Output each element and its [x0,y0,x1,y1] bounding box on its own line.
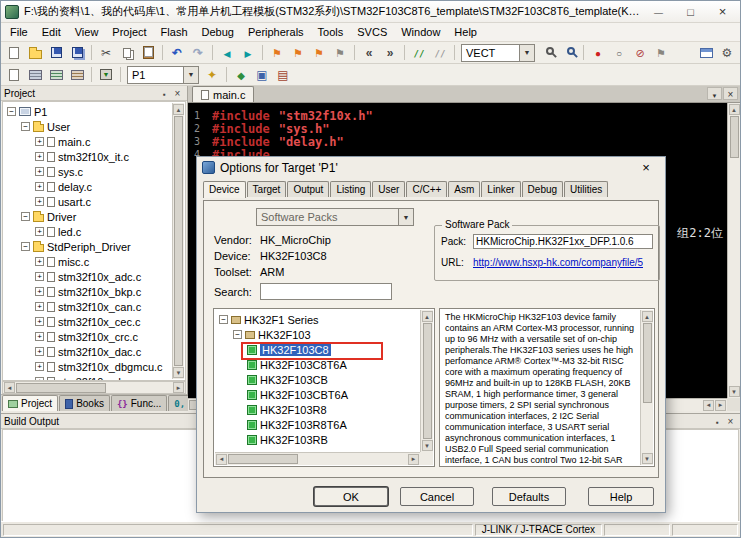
dialog-close-button[interactable] [632,159,660,176]
tree-item-file[interactable]: delay.c [5,179,185,194]
expand-icon[interactable] [35,302,44,311]
tab-device[interactable]: Device [203,181,246,198]
find-text-combo[interactable]: VECT [461,44,535,62]
tree-item-file[interactable]: stm32f10x_adc.c [5,269,185,284]
minimize-button[interactable] [645,3,672,20]
device-tree-item[interactable]: HK32F103R8 [215,402,420,417]
pin-panel-button[interactable] [158,87,171,99]
help-button[interactable]: Help [588,487,654,506]
software-packs-combo[interactable]: Software Packs [256,208,414,226]
search-button[interactable] [559,43,579,62]
expand-icon[interactable] [35,317,44,326]
tree-item-group[interactable]: Driver [5,209,185,224]
scroll-right-icon[interactable]: ► [173,382,184,393]
expand-icon[interactable] [35,137,44,146]
close-panel-button[interactable] [171,87,184,99]
collapse-icon[interactable] [233,330,242,339]
tab-main-c[interactable]: main.c [192,86,254,102]
device-tree-item-selected[interactable]: HK32F103C8 [215,342,420,357]
menu-peripherals[interactable]: Peripherals [241,24,311,40]
scroll-up-icon[interactable]: ▲ [173,104,184,115]
scroll-right-icon[interactable]: ► [715,400,726,411]
manage-books-button[interactable] [273,65,293,84]
uncomment-button[interactable] [430,43,450,62]
redo-button[interactable] [188,43,208,62]
build-button[interactable] [25,65,45,84]
scroll-down-icon[interactable]: ▼ [729,386,740,397]
pack-value-field[interactable]: HKMicroChip.HK32F1xx_DFP.1.0.6 [473,234,653,249]
maximize-button[interactable] [677,3,704,20]
scroll-up-icon[interactable]: ▲ [729,104,740,115]
scroll-down-icon[interactable]: ▼ [173,367,184,378]
find-in-files-button[interactable] [538,43,558,62]
expand-icon[interactable] [35,182,44,191]
tab-output[interactable]: Output [287,181,329,197]
collapse-icon[interactable] [21,122,30,131]
scroll-thumb[interactable] [730,116,739,158]
translate-button[interactable] [4,65,24,84]
device-tree-family[interactable]: HK32F1 Series [215,312,420,327]
menu-window[interactable]: Window [394,24,447,40]
current-statement-button[interactable] [651,43,671,62]
device-tree-item[interactable]: HK32F103R8T6A [215,417,420,432]
editor-vscrollbar[interactable]: ▲ ▼ [727,103,740,398]
bookmark-clear-button[interactable] [330,43,350,62]
menu-flash[interactable]: Flash [154,24,195,40]
tree-item-file[interactable]: sys.c [5,164,185,179]
expand-icon[interactable] [35,152,44,161]
indent-button[interactable] [380,43,400,62]
save-button[interactable] [46,43,66,62]
breakpoint-disable-button[interactable] [609,43,629,62]
collapse-icon[interactable] [7,107,16,116]
device-list-vscrollbar[interactable]: ▲ ▼ [420,310,433,452]
manage-runtime-button[interactable] [231,65,251,84]
expand-icon[interactable] [35,287,44,296]
expand-icon[interactable] [35,377,44,381]
batch-build-button[interactable] [67,65,87,84]
close-panel-button[interactable] [724,415,737,427]
scroll-up-icon[interactable]: ▲ [642,311,653,322]
pack-installer-button[interactable] [252,65,272,84]
tab-project[interactable]: Project [2,395,58,411]
tab-listing[interactable]: Listing [330,181,371,197]
project-tree-vscrollbar[interactable]: ▲ ▼ [172,103,184,379]
expand-icon[interactable] [35,332,44,341]
menu-tools[interactable]: Tools [311,24,351,40]
configure-button[interactable] [717,43,737,62]
tab-list-button[interactable] [707,87,722,100]
tree-item-group[interactable]: StdPeriph_Driver [5,239,185,254]
device-list-hscrollbar[interactable]: ◄ ► [215,452,420,465]
cancel-button[interactable]: Cancel [400,487,474,506]
expand-icon[interactable] [35,197,44,206]
tree-item-file[interactable]: stm32f10x_can.c [5,299,185,314]
new-file-button[interactable] [4,43,24,62]
collapse-icon[interactable] [21,242,30,251]
menu-edit[interactable]: Edit [35,24,68,40]
combo-dropdown-icon[interactable] [183,67,198,83]
breakpoint-toggle-button[interactable] [588,43,608,62]
tree-item-file[interactable]: stm32f10x_dma.c [5,374,185,381]
paste-button[interactable] [138,43,158,62]
tab-asm[interactable]: Asm [448,181,480,197]
scroll-thumb[interactable] [643,323,652,403]
tab-linker[interactable]: Linker [481,181,520,197]
ok-button[interactable]: OK [314,487,388,506]
tree-item-file[interactable]: usart.c [5,194,185,209]
tree-item-file[interactable]: main.c [5,134,185,149]
expand-icon[interactable] [35,362,44,371]
device-tree-item[interactable]: HK32F103CB [215,372,420,387]
tree-item-file[interactable]: stm32f10x_cec.c [5,314,185,329]
tree-item-file[interactable]: stm32f10x_bkp.c [5,284,185,299]
scroll-down-icon[interactable]: ▼ [422,440,433,451]
project-tree-hscrollbar[interactable]: ◄ ► [2,381,186,394]
unindent-button[interactable] [359,43,379,62]
tree-item-file[interactable]: stm32f10x_crc.c [5,329,185,344]
tree-item-file[interactable]: misc.c [5,254,185,269]
tree-item-group[interactable]: User [5,119,185,134]
pack-url-link[interactable]: http://www.hsxp-hk.com/companyfile/5 [473,257,643,268]
expand-icon[interactable] [35,167,44,176]
tab-books[interactable]: Books [59,395,110,411]
tab-debug[interactable]: Debug [522,181,563,197]
bookmark-prev-button[interactable] [288,43,308,62]
menu-view[interactable]: View [68,24,106,40]
